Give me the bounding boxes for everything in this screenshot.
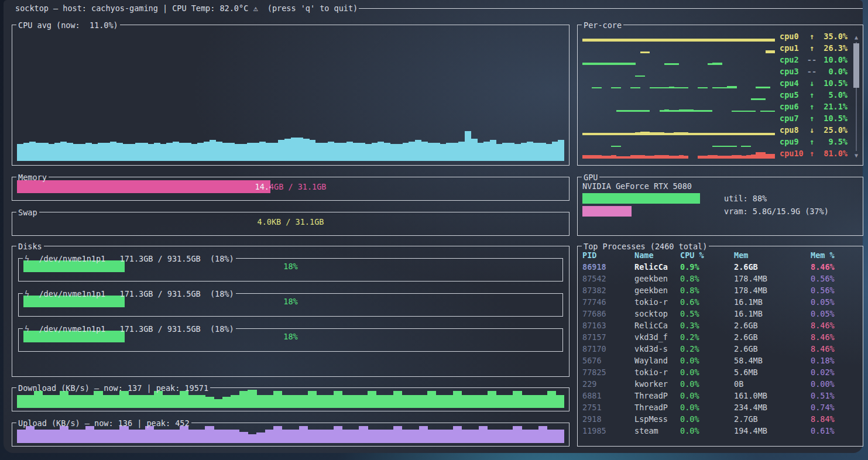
core-value: 21.1%	[817, 101, 848, 112]
scroll-up-icon[interactable]: ▲	[855, 34, 858, 41]
process-cpu: 0.9%	[680, 261, 734, 273]
scrollbar-thumb[interactable]	[853, 43, 859, 88]
col-memp: Mem %	[811, 249, 857, 261]
core-trend-icon: ↑	[807, 42, 817, 54]
process-mem-pct: 8.46%	[811, 261, 857, 273]
process-name: RelicCa	[634, 320, 680, 331]
cpu-avg-sparkline	[17, 30, 564, 161]
process-row[interactable]: 87542geekben0.8%178.4MB0.56%	[582, 273, 857, 284]
core-trend-icon: --	[807, 66, 817, 77]
memory-panel: Memory 14.4GB / 31.1GB 14.4GB / 31.1GB	[12, 172, 569, 201]
processes-panel: Top Processes (2460 total) PID Name CPU …	[577, 241, 863, 447]
process-mem-pct: 0.56%	[811, 284, 857, 296]
cpu-avg-title: CPU avg (now: 11.0%)	[16, 19, 120, 31]
process-row[interactable]: 87157vkd3d_f0.2%2.6GB8.46%	[582, 331, 857, 343]
process-pid: 6881	[582, 390, 634, 401]
core-value: 10.0%	[817, 54, 848, 66]
process-pid: 87382	[582, 284, 634, 296]
process-mem-pct: 8.46%	[811, 320, 857, 331]
process-row[interactable]: 11985steam0.0%194.4MB0.61%	[582, 425, 857, 437]
titlebar: socktop — host: cachyos-gaming | CPU Tem…	[4, 2, 863, 14]
core-name: cpu2	[780, 54, 807, 66]
per-core-title: Per-core	[582, 19, 623, 31]
process-cpu: 0.0%	[680, 355, 734, 366]
scrollbar-track[interactable]	[853, 41, 860, 152]
core-row-cpu2: cpu2--10.0%	[578, 54, 850, 66]
process-mem: 16.1MB	[734, 308, 811, 320]
process-name: Wayland	[634, 355, 680, 366]
process-name: ThreadP	[634, 390, 680, 401]
process-row[interactable]: 86918RelicCa0.9%2.6GB8.46%	[582, 261, 857, 273]
per-core-panel: Per-core cpu0↑35.0%cpu1↑26.3%cpu2--10.0%…	[577, 20, 863, 166]
scroll-down-icon[interactable]: ▼	[855, 152, 858, 159]
process-name: geekben	[634, 273, 680, 284]
disk-title: /dev/nvme1n1p1 171.3GB / 931.5GB (18%)	[39, 288, 234, 300]
core-name: cpu1	[780, 42, 807, 54]
process-pid: 229	[582, 378, 634, 390]
process-name: vkd3d_f	[634, 331, 680, 343]
process-pid: 87163	[582, 320, 634, 331]
disk-lightning-icon: ϟ	[25, 323, 39, 335]
process-mem: 16.1MB	[734, 296, 811, 308]
download-panel: Download (KB/s) — now: 137 | peak: 19571	[12, 383, 569, 411]
upload-title: Upload (KB/s) — now: 136 | peak: 452	[16, 417, 191, 429]
core-sparkline	[582, 103, 775, 112]
core-value: 35.0%	[817, 30, 848, 42]
disk-panel: ϟ /dev/nvme1n1p1 171.3GB / 931.5GB (18%)…	[18, 289, 563, 317]
process-cpu: 0.6%	[680, 296, 734, 308]
process-row[interactable]: 2918LspMess0.0%2.7GB8.84%	[582, 413, 857, 425]
process-name: socktop	[634, 308, 680, 320]
process-mem: 0B	[734, 378, 811, 390]
process-name: kworker	[634, 378, 680, 390]
process-pid: 5676	[582, 355, 634, 366]
disk-panel: ϟ /dev/nvme1n1p1 171.3GB / 931.5GB (18%)…	[18, 253, 563, 282]
memory-title: Memory	[16, 171, 49, 183]
terminal-window: socktop — host: cachyos-gaming | CPU Tem…	[4, 0, 863, 453]
process-cpu: 0.0%	[680, 401, 734, 413]
process-row[interactable]: 77825tokio-r0.0%5.6MB0.02%	[582, 366, 857, 378]
core-sparkline	[582, 68, 775, 77]
core-sparkline	[582, 91, 775, 100]
process-mem-pct: 8.46%	[811, 343, 857, 355]
process-pid: 2751	[582, 401, 634, 413]
app-title: socktop — host: cachyos-gaming | CPU Tem…	[15, 2, 359, 14]
process-mem: 5.6MB	[734, 366, 811, 378]
gpu-vram-fill	[582, 206, 632, 217]
core-value: 25.0%	[817, 124, 848, 136]
download-title: Download (KB/s) — now: 137 | peak: 19571	[16, 382, 210, 394]
core-sparkline	[582, 126, 775, 135]
process-mem: 2.6GB	[734, 331, 811, 343]
percore-scrollbar[interactable]: ▲ ▼	[853, 34, 860, 159]
core-value: 5.0%	[817, 89, 848, 101]
process-mem-pct: 0.56%	[811, 273, 857, 284]
core-row-cpu6: cpu6↑21.1%	[578, 101, 850, 112]
process-row[interactable]: 87382geekben0.8%178.4MB0.56%	[582, 284, 857, 296]
process-row[interactable]: 77746tokio-r0.6%16.1MB0.05%	[582, 296, 857, 308]
process-cpu: 0.0%	[680, 425, 734, 437]
core-row-cpu4: cpu4↓10.5%	[578, 77, 850, 89]
process-row[interactable]: 77686socktop0.5%16.1MB0.05%	[582, 308, 857, 320]
process-mem-pct: 0.61%	[811, 425, 857, 437]
core-value: 10.5%	[817, 77, 848, 89]
core-name: cpu5	[780, 89, 807, 101]
process-pid: 87542	[582, 273, 634, 284]
process-row[interactable]: 6881ThreadP0.0%161.0MB0.51%	[582, 390, 857, 401]
core-name: cpu3	[780, 66, 807, 77]
process-mem-pct: 0.00%	[811, 378, 857, 390]
core-name: cpu6	[780, 101, 807, 112]
process-row[interactable]: 87170vkd3d-s0.2%2.6GB8.46%	[582, 343, 857, 355]
process-cpu: 0.2%	[680, 331, 734, 343]
core-trend-icon: ↑	[807, 30, 817, 42]
core-sparkline	[582, 138, 775, 147]
process-cpu: 0.0%	[680, 390, 734, 401]
process-cpu: 0.0%	[680, 413, 734, 425]
process-row[interactable]: 229kworker0.0%0B0.00%	[582, 378, 857, 390]
core-row-cpu3: cpu3--0.0%	[578, 66, 850, 77]
process-row[interactable]: 5676Wayland0.0%58.4MB0.18%	[582, 355, 857, 366]
process-pid: 77686	[582, 308, 634, 320]
process-mem: 161.0MB	[734, 390, 811, 401]
process-name: tokio-r	[634, 366, 680, 378]
process-row[interactable]: 2751ThreadP0.0%234.4MB0.74%	[582, 401, 857, 413]
process-row[interactable]: 87163RelicCa0.3%2.6GB8.46%	[582, 320, 857, 331]
core-row-cpu10: cpu10↑81.0%	[578, 147, 850, 159]
